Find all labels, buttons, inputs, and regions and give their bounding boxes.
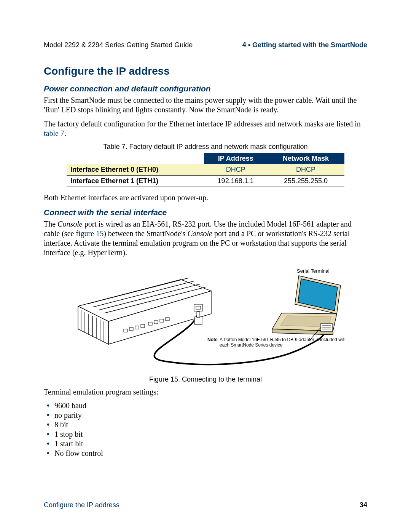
para-serial-b: Console <box>57 220 83 228</box>
list-item: 1 stop bit <box>54 430 367 439</box>
footer-page-number: 34 <box>360 501 367 509</box>
para-serial-e: Console <box>187 229 212 238</box>
svg-rect-25 <box>197 312 200 318</box>
table-cell-ip: 192.168.1.1 <box>204 176 267 187</box>
table-row: Interface Ethernet 1 (ETH1) 192.168.1.1 … <box>67 176 344 187</box>
table-row: Interface Ethernet 0 (ETH0) DHCP DHCP <box>67 164 344 176</box>
svg-rect-14 <box>124 329 127 332</box>
svg-rect-20 <box>160 319 164 322</box>
figure-note-label: Note <box>207 337 218 342</box>
svg-rect-24 <box>194 317 202 324</box>
list-item: No flow control <box>54 449 367 458</box>
table-row-label: Interface Ethernet 0 (ETH0) <box>67 164 204 176</box>
subsection-serial-heading: Connect with the serial interface <box>44 208 367 217</box>
list-item: 1 start bit <box>54 439 367 448</box>
svg-rect-17 <box>141 324 145 328</box>
figure-note-line2: each SmartNode Series device <box>220 342 283 348</box>
figure-15: Serial Terminal Note A Patton Model 16F-… <box>67 264 344 383</box>
table-cell-mask: 255.255.255.0 <box>267 176 344 187</box>
settings-intro: Terminal emulation program settings: <box>44 387 367 397</box>
svg-rect-16 <box>135 326 139 329</box>
smartnode-device-icon <box>78 278 211 344</box>
svg-rect-31 <box>321 323 332 332</box>
page-header: Model 2292 & 2294 Series Getting Started… <box>44 41 367 49</box>
svg-rect-23 <box>196 306 201 309</box>
figure-caption: Figure 15. Connecting to the terminal <box>67 375 344 383</box>
para-serial: The Console port is wired as an EIA-561,… <box>44 219 367 257</box>
svg-rect-19 <box>154 321 158 324</box>
table-header-empty <box>67 153 204 164</box>
list-item: 8 bit <box>54 420 367 429</box>
section-title: Configure the IP address <box>44 65 367 77</box>
header-right: 4 • Getting started with the SmartNode <box>242 41 367 49</box>
table-cell-mask: DHCP <box>267 164 344 176</box>
svg-rect-15 <box>129 328 133 331</box>
list-item: 9600 baud <box>54 401 367 410</box>
para-after-table: Both Ethernet interfaces are activated u… <box>44 193 367 203</box>
para-power-2a: The factory default configuration for th… <box>44 120 361 128</box>
para-power-2: The factory default configuration for th… <box>44 119 367 138</box>
serial-terminal-label: Serial Terminal <box>297 268 330 274</box>
settings-list: 9600 baud no parity 8 bit 1 stop bit 1 s… <box>44 401 367 458</box>
para-power-2b: . <box>64 129 66 137</box>
footer-left: Configure the IP address <box>44 501 119 509</box>
svg-rect-18 <box>148 322 152 325</box>
figure-note-line1: A Patton Model 16F-561 RJ45 to DB-9 adap… <box>220 337 344 342</box>
page: Model 2292 & 2294 Series Getting Started… <box>0 0 411 532</box>
page-footer: Configure the IP address 34 <box>44 501 367 509</box>
subsection-power-heading: Power connection and default configurati… <box>44 84 367 93</box>
table-row-label: Interface Ethernet 1 (ETH1) <box>67 176 204 187</box>
ip-config-table: IP Address Network Mask Interface Ethern… <box>67 153 344 187</box>
para-serial-a: The <box>44 220 57 228</box>
figure-svg: Serial Terminal Note A Patton Model 16F-… <box>67 264 344 371</box>
para-serial-d: ) between the SmartNode's <box>104 229 187 238</box>
header-left: Model 2292 & 2294 Series Getting Started… <box>44 41 193 49</box>
svg-rect-21 <box>166 318 169 321</box>
list-item: no parity <box>54 411 367 420</box>
table-header-mask: Network Mask <box>267 153 344 164</box>
para-power-1: First the SmartNode must be connected to… <box>44 96 367 115</box>
table-cell-ip: DHCP <box>204 164 267 176</box>
link-table-7[interactable]: table 7 <box>44 129 64 137</box>
table-header-ip: IP Address <box>204 153 267 164</box>
link-figure-15[interactable]: figure 15 <box>76 229 104 238</box>
table-caption: Table 7. Factory default IP address and … <box>44 143 367 151</box>
